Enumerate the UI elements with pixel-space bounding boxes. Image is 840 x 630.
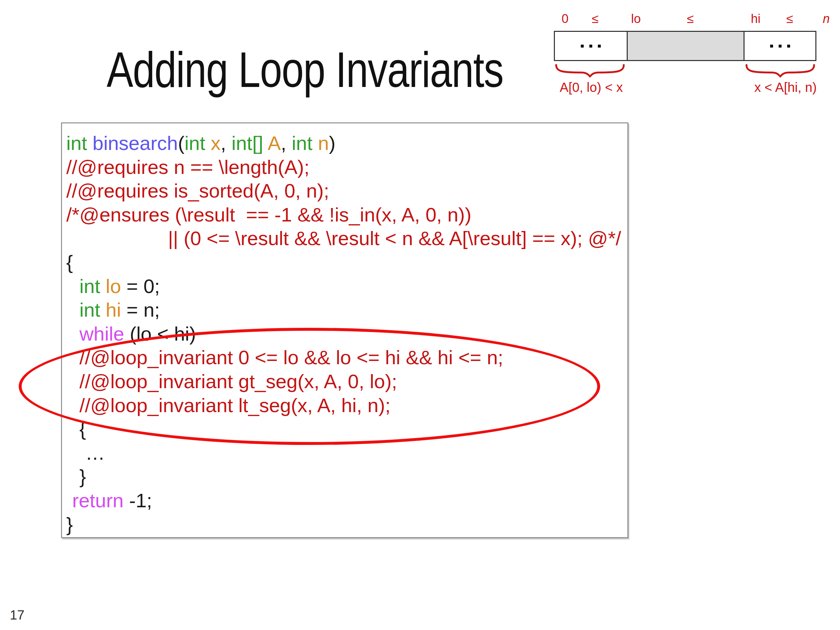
- right-segment-caption: x < A[hi, n): [754, 80, 817, 95]
- diagram-bound-label: 0: [561, 12, 568, 26]
- diagram-bound-label: ≤: [592, 12, 599, 26]
- code-line: //@requires n == \length(A);: [66, 156, 621, 180]
- right-underbrace: [745, 64, 815, 77]
- code-line: return -1;: [66, 489, 621, 513]
- code-line: int hi = n;: [66, 298, 621, 322]
- slide-title: Adding Loop Invariants: [107, 42, 503, 98]
- ellipsis-dots: [745, 32, 815, 60]
- diagram-bound-label: hi: [751, 12, 761, 26]
- code-line: //@requires is_sorted(A, 0, n);: [66, 179, 621, 203]
- code-line: …: [66, 441, 621, 465]
- ellipsis-dots: [555, 32, 627, 60]
- diagram-bound-label: ≤: [687, 12, 694, 26]
- slide: Adding Loop Invariants 0≤lo≤hi≤n A[0, lo…: [0, 0, 840, 630]
- page-number: 17: [10, 608, 25, 622]
- code-line: }: [66, 465, 621, 489]
- highlight-ellipse: [19, 328, 600, 445]
- array-segment-gray: [627, 32, 745, 60]
- left-segment-caption: A[0, lo) < x: [560, 80, 623, 95]
- left-underbrace: [555, 64, 625, 77]
- diagram-bound-label: n: [823, 12, 829, 26]
- code-line: }: [66, 513, 621, 537]
- diagram-bound-label: ≤: [786, 12, 793, 26]
- code-line: {: [66, 251, 621, 275]
- array-segment-white: [745, 32, 815, 60]
- code-line: int lo = 0;: [66, 275, 621, 298]
- array-segment-white: [555, 32, 627, 60]
- code-line: int binsearch(int x, int[] A, int n): [66, 131, 621, 156]
- diagram-bound-label: lo: [631, 12, 641, 26]
- array-bar: [554, 31, 816, 61]
- code-line: /*@ensures (\result == -1 && !is_in(x, A…: [66, 203, 621, 227]
- code-line: || (0 <= \result && \result < n && A[\re…: [66, 227, 621, 251]
